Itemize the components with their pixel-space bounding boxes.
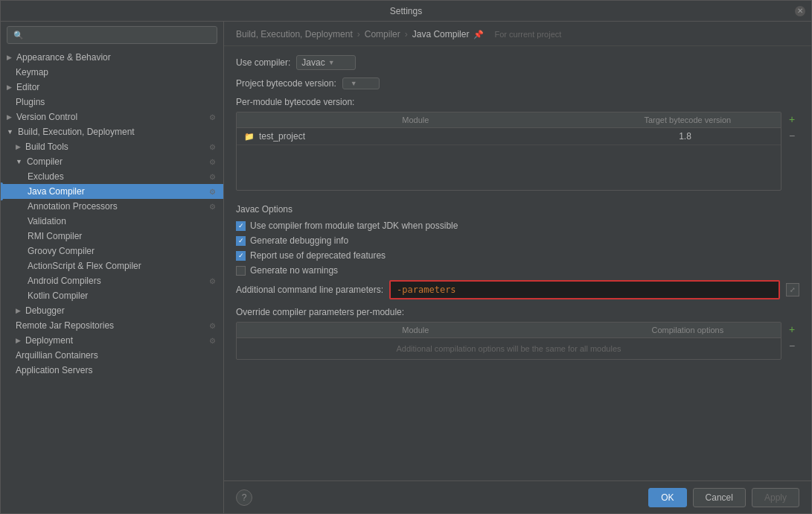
sidebar-item-java-compiler[interactable]: Java Compiler ⚙ — [1, 184, 223, 199]
pin-icon: 📌 — [473, 30, 484, 39]
breadcrumb-part-1: Build, Execution, Deployment — [236, 29, 353, 39]
arrow-icon: ▶ — [7, 83, 12, 91]
project-bytecode-select[interactable]: ▼ — [342, 77, 380, 89]
breadcrumb-current: Java Compiler — [412, 29, 470, 39]
sidebar-item-label: Build Tools — [25, 142, 68, 152]
checkbox-use-compiler-jdk-input[interactable] — [236, 221, 246, 231]
override-table-wrapper: Module Compilation options Additional co… — [236, 322, 799, 370]
table-side-buttons: + − — [784, 112, 799, 143]
sidebar-item-label: Arquillian Containers — [16, 350, 98, 361]
search-icon: 🔍 — [13, 31, 24, 40]
table-row[interactable]: 📁 test_project 1.8 — [237, 128, 781, 145]
module-name: test_project — [259, 131, 305, 142]
sidebar-item-label: Plugins — [16, 97, 45, 107]
breadcrumb-sep-2: › — [405, 29, 408, 39]
sidebar-item-app-servers[interactable]: Application Servers — [1, 363, 223, 378]
help-button[interactable]: ? — [236, 489, 252, 506]
sidebar-item-label: Deployment — [25, 335, 73, 346]
table-header: Module Target bytecode version — [237, 112, 781, 128]
arrow-icon: ▶ — [7, 54, 12, 61]
sidebar-item-debugger[interactable]: ▶ Debugger — [1, 303, 223, 318]
main-panel: Build, Execution, Deployment › Compiler … — [224, 22, 811, 513]
sidebar-item-label: RMI Compiler — [28, 231, 82, 241]
sidebar-item-label: Compiler — [27, 156, 63, 167]
apply-button[interactable]: Apply — [752, 488, 799, 507]
add-module-button[interactable]: + — [784, 112, 799, 127]
sidebar: 🔍 ▶ Appearance & Behavior Keymap ▶ Edito… — [1, 22, 224, 513]
sidebar-item-kotlin-compiler[interactable]: Kotlin Compiler — [1, 288, 223, 303]
arrow-icon: ▼ — [7, 128, 13, 136]
settings-icon: ⚙ — [207, 201, 217, 212]
ok-button[interactable]: OK — [648, 488, 686, 507]
search-box[interactable]: 🔍 — [7, 26, 217, 44]
breadcrumb-sep-1: › — [357, 29, 360, 39]
sidebar-item-arquillian[interactable]: Arquillian Containers — [1, 348, 223, 363]
sidebar-item-label: Groovy Compiler — [28, 246, 95, 256]
sidebar-item-label: Validation — [28, 216, 66, 226]
settings-window: Settings ✕ 🔍 ▶ Appearance & Behavior Key… — [0, 0, 812, 514]
sidebar-item-groovy-compiler[interactable]: Groovy Compiler — [1, 244, 223, 258]
footer: ? OK Cancel Apply — [224, 480, 811, 513]
sidebar-item-compiler[interactable]: ▼ Compiler ⚙ — [1, 154, 223, 169]
sidebar-item-annotation-processors[interactable]: Annotation Processors ⚙ — [1, 199, 223, 214]
checkbox-generate-debug: Generate debugging info — [236, 235, 799, 246]
breadcrumb-note: For current project — [494, 30, 561, 39]
per-module-label: Per-module bytecode version: — [236, 97, 799, 107]
cmd-expand-button[interactable]: ⤢ — [786, 283, 799, 296]
settings-icon: ⚙ — [207, 186, 217, 197]
settings-icon: ⚙ — [207, 276, 217, 286]
settings-icon: ⚙ — [207, 156, 217, 167]
override-table-side-buttons: + − — [784, 322, 799, 353]
checkbox-use-compiler-jdk: Use compiler from module target JDK when… — [236, 220, 799, 231]
settings-icon: ⚙ — [207, 320, 217, 331]
module-folder-icon: 📁 — [244, 132, 255, 142]
close-button[interactable]: ✕ — [795, 6, 805, 16]
sidebar-item-deployment[interactable]: ▶ Deployment ⚙ — [1, 333, 223, 348]
checkbox-generate-debug-input[interactable] — [236, 236, 246, 246]
sidebar-item-label: Android Compilers — [28, 276, 101, 286]
sidebar-item-remote-jar[interactable]: Remote Jar Repositories ⚙ — [1, 318, 223, 333]
table-empty-space — [237, 145, 781, 190]
sidebar-item-label: Application Servers — [16, 365, 92, 375]
sidebar-item-excludes[interactable]: Excludes ⚙ — [1, 169, 223, 184]
sidebar-item-validation[interactable]: Validation — [1, 214, 223, 229]
sidebar-item-label: Editor — [16, 82, 39, 92]
arrow-icon: ▶ — [16, 143, 21, 150]
title-bar: Settings ✕ — [1, 1, 811, 22]
compiler-value: Javac — [301, 57, 325, 68]
sidebar-item-label: Appearance & Behavior — [16, 52, 111, 63]
sidebar-item-actionscript-flex[interactable]: ActionScript & Flex Compiler — [1, 258, 223, 273]
th-compilation-options: Compilation options — [595, 323, 781, 337]
td-module: 📁 test_project — [244, 131, 597, 142]
cmd-input[interactable] — [389, 280, 780, 299]
add-override-button[interactable]: + — [784, 322, 799, 337]
sidebar-item-appearance[interactable]: ▶ Appearance & Behavior — [1, 50, 223, 65]
sidebar-item-android-compilers[interactable]: Android Compilers ⚙ — [1, 273, 223, 288]
settings-icon: ⚙ — [207, 335, 217, 346]
remove-override-button[interactable]: − — [784, 338, 799, 353]
remove-module-button[interactable]: − — [784, 128, 799, 143]
override-table: Module Compilation options Additional co… — [236, 322, 781, 360]
checkbox-report-deprecated-input[interactable] — [236, 251, 246, 261]
sidebar-item-plugins[interactable]: Plugins — [1, 95, 223, 110]
checkbox-report-deprecated-label: Report use of deprecated features — [250, 250, 386, 261]
sidebar-item-editor[interactable]: ▶ Editor — [1, 80, 223, 95]
sidebar-item-label: Kotlin Compiler — [28, 291, 88, 301]
cancel-button[interactable]: Cancel — [693, 488, 746, 507]
search-input[interactable] — [28, 30, 211, 40]
settings-icon: ⚙ — [207, 112, 217, 122]
checkbox-no-warnings-input[interactable] — [236, 266, 246, 276]
settings-icon: ⚙ — [207, 142, 217, 152]
checkbox-generate-debug-label: Generate debugging info — [250, 235, 348, 246]
sidebar-item-keymap[interactable]: Keymap — [1, 65, 223, 80]
sidebar-item-version-control[interactable]: ▶ Version Control ⚙ — [1, 110, 223, 124]
sidebar-item-build-exec-deploy[interactable]: ▼ Build, Execution, Deployment — [1, 124, 223, 139]
cmd-row: Additional command line parameters: ⤢ — [236, 280, 799, 299]
checkbox-report-deprecated: Report use of deprecated features — [236, 250, 799, 261]
use-compiler-select[interactable]: Javac ▼ — [296, 55, 356, 70]
settings-content: Use compiler: Javac ▼ Project bytecode v… — [224, 46, 811, 480]
arrow-icon: ▼ — [16, 158, 22, 165]
sidebar-item-rmi-compiler[interactable]: RMI Compiler — [1, 229, 223, 244]
sidebar-item-build-tools[interactable]: ▶ Build Tools ⚙ — [1, 139, 223, 154]
th-module: Module — [237, 112, 595, 127]
